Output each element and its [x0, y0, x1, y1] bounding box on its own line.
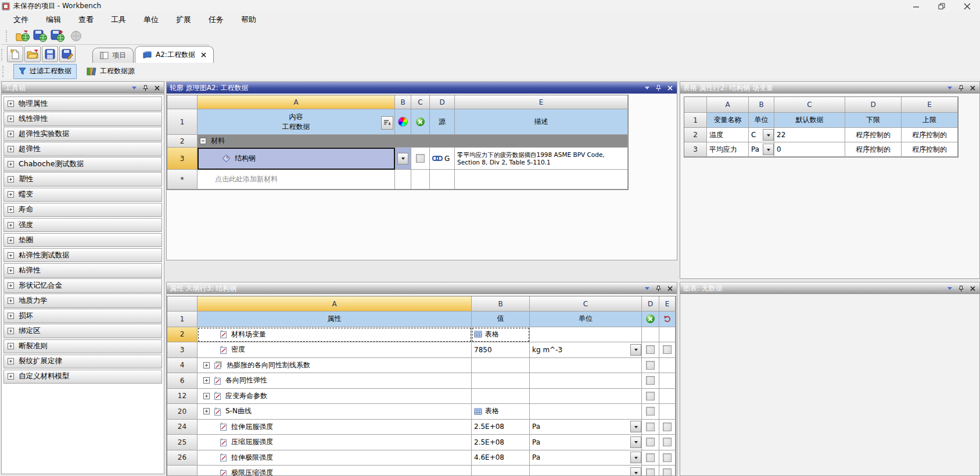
- suppress-checkbox[interactable]: [646, 453, 655, 462]
- property-name-cell[interactable]: 极限压缩强度: [198, 466, 472, 476]
- toolbox-item-hyperelastic-test-data[interactable]: 超弹性实验数据: [3, 127, 162, 141]
- panel-menu-icon[interactable]: [645, 287, 649, 292]
- expand-icon[interactable]: [8, 222, 14, 228]
- save-button[interactable]: [42, 46, 58, 62]
- menu-tools[interactable]: 工具: [102, 12, 135, 27]
- pin-icon[interactable]: [959, 285, 964, 292]
- row-number-cell[interactable]: 25: [167, 435, 198, 450]
- suppress-checkbox[interactable]: [416, 154, 425, 163]
- property-value-cell[interactable]: 表格: [472, 404, 530, 420]
- property-unit-cell[interactable]: kg m^-3: [530, 342, 642, 358]
- toolbox-item-custom-material-models[interactable]: 自定义材料模型: [3, 370, 162, 384]
- material-group-row[interactable]: 材料: [198, 135, 628, 148]
- property-name-cell[interactable]: 拉伸屈服强度: [198, 420, 472, 435]
- suppress-checkbox[interactable]: [646, 392, 655, 400]
- expand-icon[interactable]: [8, 282, 14, 289]
- pin-icon[interactable]: [656, 285, 661, 292]
- row-number-cell[interactable]: 1: [684, 113, 707, 128]
- suppress-checkbox[interactable]: [646, 361, 655, 370]
- lower-limit-cell[interactable]: 程序控制的: [845, 142, 902, 157]
- property-unit-cell[interactable]: Pa: [530, 450, 642, 466]
- unit-dropdown[interactable]: [630, 467, 641, 476]
- menu-extensions[interactable]: 扩展: [167, 12, 200, 27]
- row-number-cell[interactable]: 26: [167, 450, 198, 466]
- pin-icon[interactable]: [959, 85, 964, 91]
- row-number-cell[interactable]: 12: [167, 389, 198, 405]
- menu-help[interactable]: 帮助: [232, 12, 265, 27]
- toolbox-item-life[interactable]: 寿命: [3, 203, 162, 217]
- toolbox-item-linear-elastic[interactable]: 线性弹性: [3, 112, 162, 126]
- material-name-cell[interactable]: 结构钢: [198, 148, 395, 170]
- toolbox-item-hyperelastic[interactable]: 超弹性: [3, 142, 162, 156]
- property-unit-cell[interactable]: [530, 466, 642, 476]
- parameterize-checkbox[interactable]: [663, 345, 672, 354]
- close-panel-icon[interactable]: [970, 286, 975, 291]
- toolbox-item-gasket[interactable]: 垫圈: [3, 233, 162, 248]
- minimize-button[interactable]: [903, 0, 929, 13]
- filter-engineering-data-button[interactable]: 过滤工程数据: [13, 64, 77, 79]
- panel-menu-icon[interactable]: [947, 287, 952, 292]
- parameterize-checkbox[interactable]: [663, 423, 672, 431]
- restore-button[interactable]: [929, 0, 954, 13]
- expand-icon[interactable]: [8, 237, 14, 244]
- upper-limit-cell[interactable]: 程序控制的: [902, 142, 958, 157]
- row-number-cell[interactable]: 20: [167, 404, 198, 420]
- expand-icon[interactable]: [203, 408, 210, 414]
- unit-dropdown[interactable]: [630, 452, 641, 463]
- menu-file[interactable]: 文件: [5, 12, 37, 27]
- suppress-checkbox[interactable]: [646, 345, 655, 354]
- save-as-button[interactable]: [59, 46, 76, 62]
- close-button[interactable]: [954, 0, 980, 13]
- expand-icon[interactable]: [8, 206, 14, 213]
- expand-icon[interactable]: [8, 298, 14, 304]
- variable-unit-cell[interactable]: C: [749, 128, 774, 142]
- expand-icon[interactable]: [8, 343, 14, 349]
- row-number-cell[interactable]: 1: [167, 109, 198, 135]
- expand-icon[interactable]: [8, 191, 14, 198]
- pin-icon[interactable]: [656, 85, 661, 91]
- content-header-cell[interactable]: 内容 工程数据: [198, 109, 395, 135]
- expand-icon[interactable]: [8, 328, 14, 334]
- property-name-cell[interactable]: 热膨胀的各向同性割线系数: [198, 358, 472, 374]
- toolbox-item-creep[interactable]: 蠕变: [3, 188, 162, 202]
- panel-menu-icon[interactable]: [132, 87, 137, 92]
- tab-engineering-data[interactable]: A2:工程数据: [135, 46, 214, 63]
- row-number-cell[interactable]: *: [167, 170, 198, 189]
- row-number-cell[interactable]: 3: [684, 142, 707, 157]
- close-panel-icon[interactable]: [667, 85, 673, 91]
- open-archive-button[interactable]: [16, 30, 30, 42]
- expand-icon[interactable]: [8, 313, 14, 319]
- expand-icon[interactable]: [8, 373, 14, 380]
- property-name-cell[interactable]: 拉伸极限强度: [198, 450, 472, 466]
- expand-icon[interactable]: [8, 252, 14, 259]
- variable-name-cell[interactable]: 平均应力: [707, 142, 749, 157]
- sort-icon[interactable]: [381, 116, 393, 130]
- suppress-checkbox[interactable]: [646, 468, 655, 476]
- property-name-cell[interactable]: 材料场变量: [198, 327, 472, 343]
- expand-icon[interactable]: [8, 131, 14, 137]
- expand-icon[interactable]: [8, 358, 14, 364]
- close-panel-icon[interactable]: [970, 85, 975, 91]
- unit-dropdown[interactable]: [763, 129, 774, 141]
- suppress-checkbox[interactable]: [646, 423, 655, 431]
- property-name-cell[interactable]: 密度: [198, 342, 472, 358]
- unit-dropdown[interactable]: [630, 436, 641, 448]
- pin-icon[interactable]: [143, 85, 148, 91]
- upper-limit-cell[interactable]: 程序控制的: [902, 128, 958, 142]
- menu-units[interactable]: 单位: [135, 12, 167, 27]
- unit-dropdown[interactable]: [630, 344, 641, 356]
- close-panel-icon[interactable]: [155, 85, 160, 91]
- engineering-data-sources-button[interactable]: 工程数据源: [81, 64, 140, 79]
- material-source-cell[interactable]: G: [430, 148, 455, 170]
- expand-icon[interactable]: [203, 377, 210, 384]
- toolbox-item-damage[interactable]: 损坏: [3, 309, 162, 323]
- suppress-checkbox[interactable]: [646, 376, 655, 385]
- row-number-cell[interactable]: 3: [167, 148, 198, 170]
- new-button[interactable]: [7, 46, 23, 62]
- default-data-cell[interactable]: 0: [774, 142, 845, 157]
- toolbox-item-viscoelastic-test-data[interactable]: 粘弹性测试数据: [3, 248, 162, 263]
- parameterize-checkbox[interactable]: [663, 453, 672, 462]
- property-value-cell[interactable]: 4.6E+08: [472, 450, 530, 466]
- tab-project[interactable]: 项目: [92, 48, 134, 63]
- unit-dropdown[interactable]: [630, 421, 641, 432]
